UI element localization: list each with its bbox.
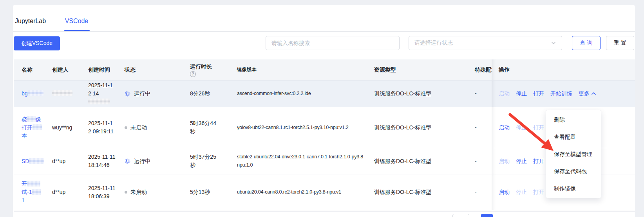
created-time-cell: 2025-11-12 14 [80, 81, 117, 106]
instance-table: 名称创建人创建时间状态运行时长 ?镜像版本资源类型特殊配置操作bg2025-11… [14, 59, 635, 210]
cell-text: 18:14:46 [88, 162, 110, 168]
table-row: 开试-11d**up2025-11-1118:06:39 未启动5分13秒ubu… [14, 174, 635, 210]
status-label: 未启动 [130, 124, 147, 132]
menu-item-查看配置[interactable]: 查看配置 [546, 128, 601, 145]
vscode-instance-page: JupyterLab VSCode 创建VSCode 请选择运行状态 查 询 重… [0, 0, 644, 217]
column-header-status: 状态 [117, 66, 182, 74]
status-cell: 未启动 [117, 124, 182, 132]
table-row: 骁像打开本wuy**ng2025-11-12 09:19:11 未启动5时36分… [14, 107, 635, 148]
column-header-image: 镜像版本 [229, 66, 374, 74]
column-header-name: 名称 [14, 66, 44, 74]
creator-cell: d**up [44, 157, 80, 165]
cell-text: d**up [52, 158, 65, 164]
operations-cell: 启动停止打开开始训练更多 [492, 81, 635, 107]
cell-text: 2025-11-11 [88, 154, 116, 160]
reset-button[interactable]: 重 置 [606, 36, 634, 50]
duration-cell: 8分26秒 [182, 90, 229, 98]
creator-cell [44, 90, 80, 98]
op-打开-link[interactable]: 打开 [533, 157, 544, 165]
op-停止-link[interactable]: 停止 [516, 157, 527, 165]
op-启动-link: 启动 [499, 90, 510, 98]
content-card: JupyterLab VSCode 创建VSCode 请选择运行状态 查 询 重… [13, 5, 635, 217]
resource-type-cell: 训练服务DO-LC-标准型 [374, 124, 466, 132]
duration-cell: 5分13秒 [182, 188, 229, 196]
image-version-cell: ascend-common-infer-svc:0.2.2.ide [229, 90, 374, 98]
column-header-created: 创建时间 [80, 66, 117, 74]
cell-text: 2025-11-1 [88, 120, 113, 126]
cell-text: 2025-11-11 [88, 185, 116, 191]
menu-item-保存至模型管理[interactable]: 保存至模型管理 [546, 145, 601, 163]
special-config-cell: - [466, 157, 492, 165]
special-config-cell: - [466, 188, 492, 196]
run-status-select[interactable]: 请选择运行状态 [409, 36, 562, 50]
pagination-page-button[interactable] [481, 214, 493, 217]
running-spinner-icon [125, 158, 131, 164]
op-更多-link[interactable]: 更多 [579, 90, 596, 98]
instance-name-link[interactable]: 骁像打开本 [22, 115, 44, 140]
creator-cell: d**up [44, 188, 80, 196]
redacted-blur [27, 116, 36, 122]
cell-text: 2 09:19:11 [88, 128, 114, 135]
created-time-cell: 2025-11-1118:06:39 [80, 184, 117, 201]
stopped-dot-icon [125, 126, 127, 129]
help-icon[interactable]: ? [190, 71, 196, 77]
cell-text: 骁 [22, 116, 27, 122]
query-button[interactable]: 查 询 [572, 36, 601, 50]
instance-name-link[interactable]: bg [22, 90, 44, 98]
tab-jupyterlab[interactable]: JupyterLab [15, 12, 46, 30]
search-input[interactable] [266, 36, 400, 50]
status-label: 未启动 [130, 188, 147, 196]
menu-item-制作镜像[interactable]: 制作镜像 [546, 180, 601, 197]
status-cell: 运行中 [117, 90, 182, 98]
redacted-blur [28, 90, 43, 96]
cell-text: bg [22, 90, 28, 97]
menu-item-保存至代码包[interactable]: 保存至代码包 [546, 163, 601, 180]
duration-cell: 5时37分25秒 [182, 153, 229, 169]
redacted-blur [27, 181, 40, 187]
created-time-cell: 2025-11-12 09:19:11 [80, 119, 117, 136]
table-header-row: 名称创建人创建时间状态运行时长 ?镜像版本资源类型特殊配置操作 [14, 59, 635, 80]
redacted-blur [29, 158, 44, 164]
op-启动-link[interactable]: 启动 [499, 188, 510, 196]
instance-name-link[interactable]: 开试-11 [22, 180, 44, 204]
run-status-placeholder: 请选择运行状态 [414, 39, 453, 47]
redacted-blur [88, 99, 110, 104]
column-header-resource: 资源类型 [374, 66, 466, 74]
duration-cell: 5时36分44秒 [182, 119, 229, 136]
cell-text: 试-1 [22, 189, 32, 195]
redacted-blur [33, 124, 42, 130]
cell-text: 2 14 [88, 90, 99, 97]
op-停止-link[interactable]: 停止 [516, 90, 527, 98]
cell-text: 本 [22, 133, 27, 139]
table-bottom-border [14, 210, 635, 210]
cell-text: 1 [22, 197, 25, 203]
op-启动-link: 启动 [499, 157, 510, 165]
op-打开-link[interactable]: 打开 [533, 90, 544, 98]
running-spinner-icon [125, 91, 131, 97]
menu-item-删除[interactable]: 删除 [546, 111, 601, 128]
creator-cell: wuy**ng [44, 124, 80, 132]
cell-text: SD [22, 158, 29, 164]
instance-name-link[interactable]: SD [22, 157, 44, 165]
pagination-size-select[interactable] [452, 214, 469, 217]
column-header-duration: 运行时长 ? [182, 63, 229, 77]
status-label: 运行中 [134, 157, 150, 165]
image-version-cell: stable2-ubuntu22.04-drive23.0.1-cann7.0.… [229, 153, 374, 169]
resource-type-cell: 训练服务DO-LC-标准型 [374, 188, 466, 196]
op-停止-link: 停止 [516, 124, 527, 132]
cell-text: 18:06:39 [88, 193, 110, 199]
table-row: SDd**up2025-11-1118:14:46 运行中5时37分25秒sta… [14, 148, 635, 174]
stopped-dot-icon [125, 191, 127, 194]
special-config-cell: - [466, 124, 492, 132]
status-cell: 未启动 [117, 188, 182, 196]
tab-vscode[interactable]: VSCode [65, 12, 89, 30]
column-header-ops: 操作 [492, 59, 635, 80]
cell-text: 打开 [22, 124, 33, 131]
op-打开-link: 打开 [533, 188, 544, 196]
table-scrollbar-track [14, 211, 635, 212]
op-开始训练-link[interactable]: 开始训练 [550, 90, 572, 98]
resource-type-cell: 训练服务DO-LC-标准型 [374, 157, 466, 165]
status-label: 运行中 [134, 90, 150, 98]
op-启动-link[interactable]: 启动 [499, 124, 510, 132]
create-vscode-button[interactable]: 创建VSCode [14, 36, 60, 50]
